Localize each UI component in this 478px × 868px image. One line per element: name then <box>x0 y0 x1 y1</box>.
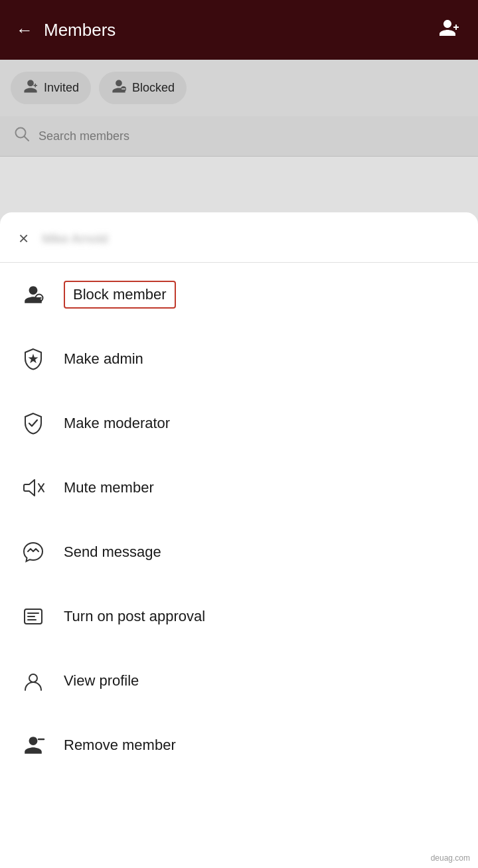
filter-bar: Invited Blocked <box>0 60 478 116</box>
sheet-header: × Mike Arnold <box>0 212 478 263</box>
menu-item-make-admin[interactable]: Make admin <box>0 327 478 392</box>
shield-star-icon <box>19 344 48 374</box>
profile-icon <box>19 666 48 695</box>
header: ← Members <box>0 0 478 60</box>
svg-line-3 <box>25 137 29 141</box>
send-message-label: Send message <box>64 543 161 561</box>
watermark: deuag.com <box>431 853 470 863</box>
menu-item-block-member[interactable]: Block member <box>0 263 478 327</box>
search-input[interactable] <box>39 129 465 143</box>
filter-chip-invited[interactable]: Invited <box>11 72 91 104</box>
filter-chip-blocked[interactable]: Blocked <box>99 72 187 104</box>
close-button[interactable]: × <box>16 226 31 252</box>
shield-check-icon <box>19 409 48 438</box>
page-title: Members <box>44 20 116 40</box>
sheet-username: Mike Arnold <box>42 232 108 246</box>
invited-chip-label: Invited <box>44 81 79 95</box>
back-button[interactable]: ← <box>16 20 33 40</box>
menu-item-view-profile[interactable]: View profile <box>0 649 478 713</box>
menu-list: Block member Make admin Make moderator <box>0 263 478 778</box>
mute-icon <box>19 473 48 502</box>
post-approval-label: Turn on post approval <box>64 608 205 625</box>
menu-item-mute-member[interactable]: Mute member <box>0 456 478 520</box>
block-member-label: Block member <box>64 281 176 309</box>
search-icon <box>13 125 31 147</box>
add-member-button[interactable] <box>438 16 462 44</box>
menu-item-post-approval[interactable]: Turn on post approval <box>0 585 478 649</box>
menu-item-send-message[interactable]: Send message <box>0 520 478 585</box>
view-profile-label: View profile <box>64 672 139 689</box>
remove-user-icon <box>19 731 48 760</box>
block-user-icon <box>19 280 48 309</box>
svg-marker-6 <box>29 354 39 363</box>
remove-member-label: Remove member <box>64 737 176 754</box>
post-approval-icon <box>19 602 48 631</box>
blocked-chip-label: Blocked <box>132 81 175 95</box>
messenger-icon <box>19 538 48 567</box>
svg-point-13 <box>29 674 37 682</box>
menu-item-make-moderator[interactable]: Make moderator <box>0 392 478 456</box>
search-bar <box>0 116 478 157</box>
invited-chip-icon <box>23 78 39 98</box>
make-admin-label: Make admin <box>64 350 143 368</box>
make-moderator-label: Make moderator <box>64 415 170 432</box>
menu-item-remove-member[interactable]: Remove member <box>0 713 478 778</box>
blocked-chip-icon <box>111 78 127 98</box>
mute-member-label: Mute member <box>64 479 154 496</box>
bottom-sheet: × Mike Arnold Block member <box>0 212 478 868</box>
header-left: ← Members <box>16 20 116 40</box>
